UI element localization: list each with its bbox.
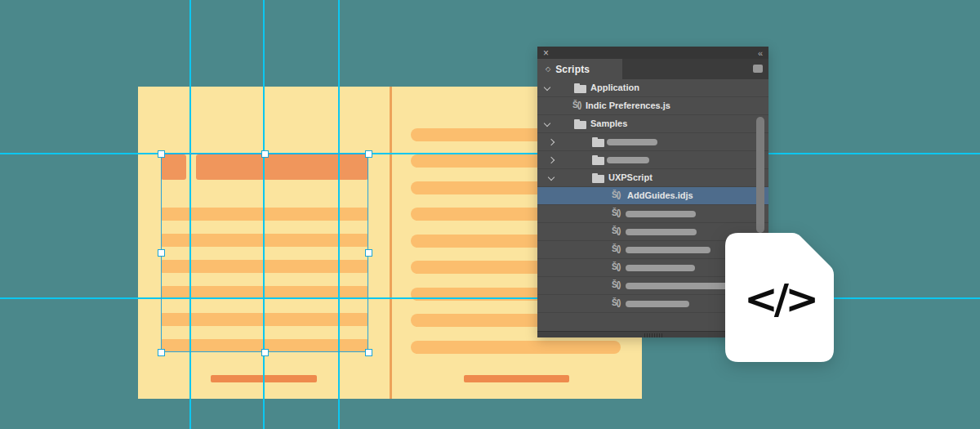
panel-tab-bar: ◇ Scripts (537, 59, 768, 79)
panel-title-bar[interactable]: × « (537, 47, 768, 59)
code-glyph: </> (725, 275, 834, 323)
folder-icon (574, 85, 586, 93)
tree-item-samples[interactable]: Samples (537, 115, 768, 133)
selection-layer (0, 0, 980, 429)
chevron-down-icon[interactable] (544, 120, 550, 127)
tree-item-label: UXPScript (608, 172, 653, 182)
tree-item-indic-preferences-js[interactable]: Š()Indic Preferences.js (537, 97, 768, 115)
tree-item-placeholder[interactable] (537, 133, 768, 151)
panel-resize-grip[interactable] (644, 333, 662, 337)
selected-text-frame[interactable] (161, 154, 368, 352)
tree-item-addguides-idjs[interactable]: Š()AddGuides.idjs (537, 187, 768, 205)
tree-item-uxpscript[interactable]: UXPScript (537, 169, 768, 187)
close-icon[interactable]: × (543, 49, 549, 57)
script-file-icon: Š() (612, 262, 620, 271)
tree-item-placeholder-bar (626, 283, 730, 289)
folder-icon (592, 175, 604, 183)
tree-item-label: AddGuides.idjs (627, 190, 693, 200)
selection-handle[interactable] (365, 150, 372, 158)
tree-item-placeholder-bar (626, 265, 695, 271)
folder-icon (574, 121, 586, 129)
chevron-right-icon[interactable] (548, 157, 555, 163)
tree-item-label: Indic Preferences.js (586, 101, 670, 110)
folder-icon (592, 157, 604, 165)
tree-item-placeholder-bar (607, 139, 657, 145)
script-file-icon: Š() (572, 101, 581, 109)
script-file-icon: Š() (612, 280, 620, 289)
tree-item-placeholder-bar (626, 229, 697, 235)
tree-item-placeholder-bar (626, 301, 689, 307)
panel-menu-icon[interactable] (753, 65, 763, 73)
script-file-icon: Š() (612, 208, 620, 217)
tree-item-placeholder[interactable] (537, 151, 768, 169)
selection-handle[interactable] (365, 249, 372, 257)
selection-handle[interactable] (158, 150, 165, 158)
chevron-right-icon[interactable] (548, 139, 555, 145)
script-file-icon: Š() (612, 298, 620, 307)
selection-handle[interactable] (261, 150, 269, 158)
script-file-icon: Š() (612, 244, 620, 253)
tree-item-placeholder[interactable]: Š() (537, 205, 768, 223)
selection-handle[interactable] (158, 249, 165, 257)
collapse-panel-icon[interactable]: « (758, 49, 763, 57)
tree-item-placeholder-bar (626, 211, 696, 217)
tree-item-placeholder-bar (626, 247, 710, 253)
tab-marker-icon: ◇ (546, 65, 550, 73)
folder-icon (592, 139, 604, 147)
script-file-icon: Š() (612, 226, 620, 235)
tree-item-application[interactable]: Application (537, 79, 768, 97)
code-file-icon: </> (725, 233, 834, 362)
selection-handle[interactable] (261, 349, 269, 356)
chevron-down-icon[interactable] (544, 84, 550, 91)
tab-scripts[interactable]: ◇ Scripts (537, 59, 622, 79)
selection-handle[interactable] (365, 349, 372, 356)
chevron-down-icon[interactable] (548, 174, 555, 181)
tab-scripts-label: Scripts (555, 64, 590, 75)
tree-item-placeholder-bar (607, 157, 649, 163)
scrollbar-thumb[interactable] (756, 117, 764, 233)
tree-item-label: Application (590, 83, 639, 92)
selection-handle[interactable] (158, 349, 165, 356)
canvas: × « ◇ Scripts ApplicationŠ()Indic Prefer… (0, 0, 980, 429)
tree-item-label: Samples (590, 118, 627, 128)
script-file-icon: Š() (612, 190, 620, 199)
